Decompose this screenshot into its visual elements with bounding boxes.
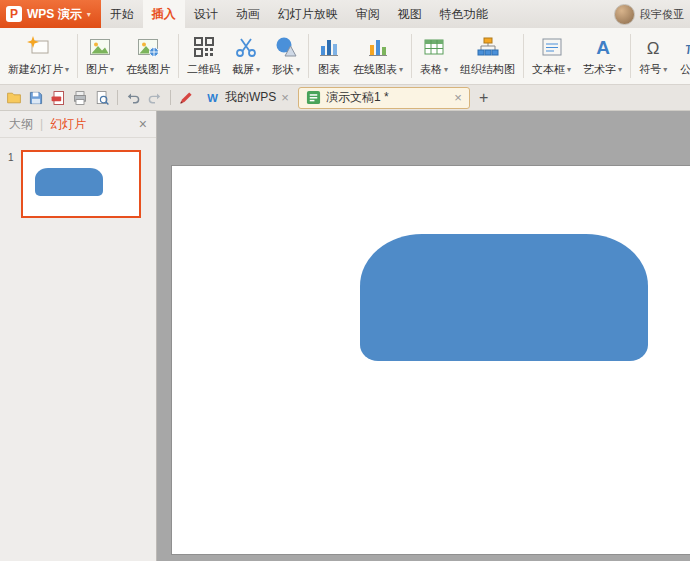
online-picture-icon xyxy=(136,35,160,59)
chevron-down-icon: ▾ xyxy=(618,65,622,74)
menu-tab-bar: 开始 插入 设计 动画 幻灯片放映 审阅 视图 特色功能 xyxy=(101,0,497,28)
magnifier-icon xyxy=(94,90,110,106)
wps-logo-icon: P xyxy=(6,6,22,22)
ribbon-formula[interactable]: π 公式 xyxy=(673,33,690,79)
svg-text:A: A xyxy=(596,37,610,58)
menu-tab-view[interactable]: 视图 xyxy=(389,0,431,28)
print-preview-button[interactable] xyxy=(92,88,112,108)
pdf-icon xyxy=(50,90,66,106)
ribbon-text-box[interactable]: 文本框▾ xyxy=(526,33,577,79)
pen-icon xyxy=(178,90,194,106)
slide-thumbnail[interactable] xyxy=(21,150,141,218)
doc-tab-my-wps[interactable]: W 我的WPS × xyxy=(198,85,296,111)
document-tab-bar: W 我的WPS × 演示文稿1 * × + xyxy=(0,85,690,111)
ribbon-label: 艺术字 xyxy=(583,62,616,77)
save-button[interactable] xyxy=(26,88,46,108)
folder-icon xyxy=(6,90,22,106)
menu-tab-review[interactable]: 审阅 xyxy=(347,0,389,28)
ribbon-wordart[interactable]: A 艺术字▾ xyxy=(577,33,628,79)
ribbon-table[interactable]: 表格▾ xyxy=(414,33,454,79)
doc-tab-label: 演示文稿1 * xyxy=(326,89,389,106)
chevron-down-icon: ▾ xyxy=(444,65,448,74)
ribbon-separator xyxy=(411,34,412,78)
ribbon-symbol[interactable]: Ω 符号▾ xyxy=(633,33,673,79)
chevron-down-icon: ▾ xyxy=(663,65,667,74)
pi-formula-icon: π xyxy=(679,35,690,59)
menu-tab-slideshow[interactable]: 幻灯片放映 xyxy=(269,0,347,28)
slide[interactable] xyxy=(172,166,690,554)
ribbon-separator xyxy=(308,34,309,78)
wps-logo[interactable]: P WPS 演示 ▾ xyxy=(0,0,101,28)
omega-symbol-icon: Ω xyxy=(641,35,665,59)
undo-icon xyxy=(125,90,141,106)
ribbon-separator xyxy=(523,34,524,78)
undo-button[interactable] xyxy=(123,88,143,108)
toolbar-divider xyxy=(117,90,118,105)
chevron-down-icon: ▾ xyxy=(65,65,69,74)
menu-tab-animation[interactable]: 动画 xyxy=(227,0,269,28)
tab-slides[interactable]: 幻灯片 xyxy=(50,116,86,133)
menu-tab-special-features[interactable]: 特色功能 xyxy=(431,0,497,28)
open-button[interactable] xyxy=(4,88,24,108)
ribbon-label: 二维码 xyxy=(187,62,220,77)
ribbon-qr-code[interactable]: 二维码 xyxy=(181,33,226,79)
ribbon-label: 截屏 xyxy=(232,62,254,77)
ribbon-online-picture[interactable]: 在线图片 xyxy=(120,33,176,79)
close-icon[interactable]: × xyxy=(454,91,462,104)
ribbon-org-chart[interactable]: 组织结构图 xyxy=(454,33,521,79)
slide-canvas xyxy=(157,111,690,561)
bar-chart-icon xyxy=(317,35,341,59)
slides-panel: 大纲 | 幻灯片 × 1 xyxy=(0,111,157,561)
qr-code-icon xyxy=(192,35,216,59)
ribbon-label: 新建幻灯片 xyxy=(8,62,63,77)
svg-text:Ω: Ω xyxy=(647,39,660,58)
wps-w-icon: W xyxy=(205,90,220,105)
chevron-down-icon: ▾ xyxy=(256,65,260,74)
menu-tab-insert[interactable]: 插入 xyxy=(143,0,185,28)
svg-text:π: π xyxy=(685,39,690,58)
table-icon xyxy=(422,35,446,59)
chevron-down-icon: ▾ xyxy=(296,65,300,74)
ribbon-label: 在线图表 xyxy=(353,62,397,77)
doc-tab-presentation1[interactable]: 演示文稿1 * × xyxy=(298,87,470,109)
app-title: WPS 演示 xyxy=(27,6,82,23)
main-content: 大纲 | 幻灯片 × 1 xyxy=(0,111,690,561)
new-tab-button[interactable]: + xyxy=(472,89,495,107)
user-account[interactable]: 段宇俊亚 xyxy=(608,0,690,28)
org-chart-icon xyxy=(476,35,500,59)
ribbon-label: 表格 xyxy=(420,62,442,77)
redo-icon xyxy=(147,90,163,106)
toolbar-divider xyxy=(170,90,171,105)
ribbon-shapes[interactable]: 形状▾ xyxy=(266,33,306,79)
user-avatar xyxy=(614,4,635,25)
tab-divider: | xyxy=(40,117,43,131)
ribbon-chart[interactable]: 图表 xyxy=(311,33,347,79)
printer-icon xyxy=(72,90,88,106)
rounded-rectangle-shape[interactable] xyxy=(360,234,648,361)
tab-outline[interactable]: 大纲 xyxy=(9,116,33,133)
online-chart-icon xyxy=(366,35,390,59)
close-icon[interactable]: × xyxy=(139,116,147,132)
ribbon-label: 图片 xyxy=(86,62,108,77)
ribbon-picture[interactable]: 图片▾ xyxy=(80,33,120,79)
pen-tool-button[interactable] xyxy=(176,88,196,108)
ribbon-online-chart[interactable]: 在线图表▾ xyxy=(347,33,409,79)
ribbon-label: 符号 xyxy=(639,62,661,77)
menu-tab-home[interactable]: 开始 xyxy=(101,0,143,28)
close-icon[interactable]: × xyxy=(281,91,289,104)
user-name: 段宇俊亚 xyxy=(640,7,684,22)
ribbon-new-slide[interactable]: 新建幻灯片▾ xyxy=(2,33,75,79)
scissors-icon xyxy=(234,35,258,59)
chevron-down-icon: ▾ xyxy=(87,10,91,19)
svg-text:W: W xyxy=(207,92,218,104)
menu-tab-design[interactable]: 设计 xyxy=(185,0,227,28)
export-pdf-button[interactable] xyxy=(48,88,68,108)
print-button[interactable] xyxy=(70,88,90,108)
ribbon-screenshot[interactable]: 截屏▾ xyxy=(226,33,266,79)
new-slide-icon xyxy=(27,35,51,59)
presentation-file-icon xyxy=(306,90,321,105)
ribbon-separator xyxy=(630,34,631,78)
slide-number: 1 xyxy=(8,152,14,163)
save-icon xyxy=(28,90,44,106)
redo-button[interactable] xyxy=(145,88,165,108)
